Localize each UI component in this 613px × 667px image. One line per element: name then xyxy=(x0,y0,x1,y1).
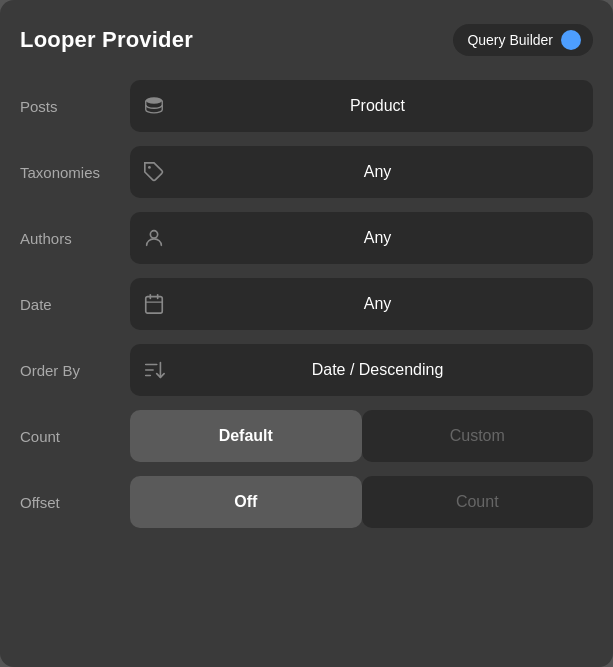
authors-control[interactable]: Any xyxy=(130,212,593,264)
svg-point-0 xyxy=(146,97,163,103)
order-by-row: Order By Date / Descending xyxy=(20,342,593,398)
date-row: Date Any xyxy=(20,276,593,332)
svg-rect-3 xyxy=(146,297,163,314)
order-by-control[interactable]: Date / Descending xyxy=(130,344,593,396)
count-custom-button[interactable]: Custom xyxy=(362,410,594,462)
offset-label: Offset xyxy=(20,494,130,511)
authors-row: Authors Any xyxy=(20,210,593,266)
sort-icon xyxy=(130,359,178,381)
posts-label: Posts xyxy=(20,98,130,115)
tag-icon xyxy=(130,161,178,183)
user-icon xyxy=(130,227,178,249)
query-builder-label: Query Builder xyxy=(467,32,553,48)
authors-label: Authors xyxy=(20,230,130,247)
looper-provider-panel: Looper Provider Query Builder Posts Prod… xyxy=(0,0,613,667)
offset-count-button[interactable]: Count xyxy=(362,476,594,528)
taxonomies-value: Any xyxy=(178,163,593,181)
svg-point-2 xyxy=(150,231,157,238)
panel-title: Looper Provider xyxy=(20,27,193,53)
panel-header: Looper Provider Query Builder xyxy=(20,24,593,56)
order-by-label: Order By xyxy=(20,362,130,379)
posts-row: Posts Product xyxy=(20,78,593,134)
offset-row: Offset Off Count xyxy=(20,474,593,530)
authors-value: Any xyxy=(178,229,593,247)
order-by-value: Date / Descending xyxy=(178,361,593,379)
database-icon xyxy=(130,95,178,117)
offset-toggle: Off Count xyxy=(130,476,593,528)
taxonomies-control[interactable]: Any xyxy=(130,146,593,198)
posts-control[interactable]: Product xyxy=(130,80,593,132)
taxonomies-label: Taxonomies xyxy=(20,164,130,181)
count-toggle: Default Custom xyxy=(130,410,593,462)
svg-point-1 xyxy=(148,166,151,169)
query-builder-button[interactable]: Query Builder xyxy=(453,24,593,56)
posts-value: Product xyxy=(178,97,593,115)
date-value: Any xyxy=(178,295,593,313)
count-label: Count xyxy=(20,428,130,445)
calendar-icon xyxy=(130,293,178,315)
taxonomies-row: Taxonomies Any xyxy=(20,144,593,200)
date-control[interactable]: Any xyxy=(130,278,593,330)
count-row: Count Default Custom xyxy=(20,408,593,464)
offset-off-button[interactable]: Off xyxy=(130,476,362,528)
count-default-button[interactable]: Default xyxy=(130,410,362,462)
date-label: Date xyxy=(20,296,130,313)
query-builder-toggle xyxy=(561,30,581,50)
